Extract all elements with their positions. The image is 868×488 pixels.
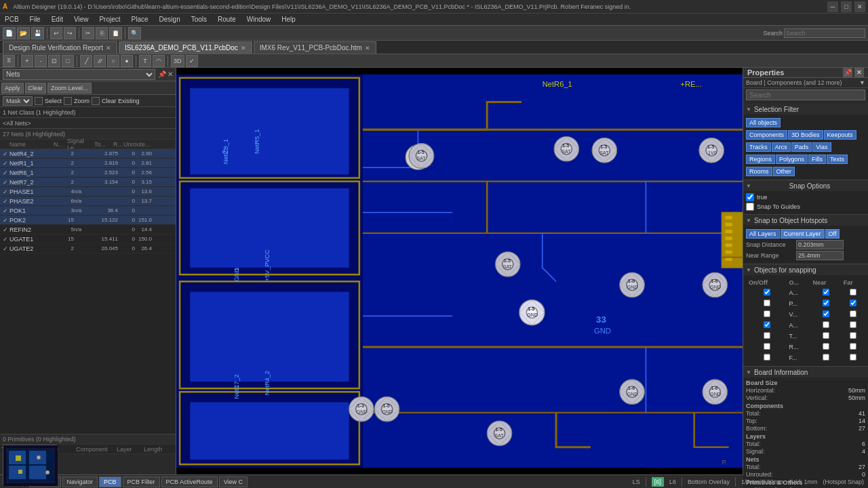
- menu-tools[interactable]: Tools: [189, 16, 209, 23]
- new-btn[interactable]: 📄: [3, 27, 16, 39]
- zoom-fit-btn[interactable]: ⊡: [48, 55, 60, 67]
- tab-drc-close[interactable]: ✕: [106, 45, 111, 52]
- maximize-btn[interactable]: □: [841, 1, 852, 12]
- route-btn[interactable]: ╱: [80, 55, 92, 67]
- pad-btn[interactable]: ●: [121, 55, 133, 67]
- net-row[interactable]: ✓ NetR1_1 2 2.819 0 2.81: [0, 159, 176, 168]
- net-row[interactable]: ✓ POK1 3 n/a 36.4 0: [0, 206, 176, 216]
- tab-pcb[interactable]: PCB: [99, 476, 121, 487]
- open-btn[interactable]: 📂: [17, 27, 30, 39]
- tab-pcb-close[interactable]: ✕: [241, 45, 246, 52]
- apply-btn[interactable]: Apply: [1, 83, 24, 94]
- global-search-input[interactable]: [784, 28, 865, 38]
- mask-select[interactable]: Mask: [3, 96, 33, 106]
- rp-all-objects-btn[interactable]: All objects: [746, 118, 781, 127]
- menu-file[interactable]: File: [28, 16, 43, 23]
- rp-components-btn[interactable]: Components: [746, 130, 787, 140]
- clear-existing-checkbox[interactable]: [92, 97, 100, 105]
- net-row[interactable]: ✓ PHASE2 6 n/a 0 13.7: [0, 197, 176, 206]
- zoom-area-btn[interactable]: □: [62, 55, 74, 67]
- net-row[interactable]: ✓ NetR4_2 2 2.875 0 2.90: [0, 149, 176, 159]
- rp-selection-filter-header[interactable]: Selection Filter: [743, 104, 868, 115]
- menu-place[interactable]: Place: [130, 16, 151, 23]
- rp-search-input[interactable]: [746, 89, 865, 100]
- copy-btn[interactable]: ⎘: [96, 27, 108, 39]
- redo-btn[interactable]: ↪: [64, 27, 76, 39]
- panel-type-select[interactable]: Nets: [3, 69, 155, 80]
- filter-icon[interactable]: ⧖: [3, 55, 15, 67]
- menu-pcb[interactable]: PCB: [3, 16, 21, 23]
- net-row[interactable]: ✓ POK2 15 15.122 0 151.0: [0, 216, 176, 225]
- rp-pin-icon[interactable]: 📌: [843, 68, 852, 77]
- 3d-btn[interactable]: 3D: [171, 55, 184, 67]
- tab-pcb-activeroute[interactable]: PCB ActiveRoute: [161, 476, 218, 487]
- rp-regions-btn[interactable]: Regions: [746, 155, 775, 164]
- text-btn[interactable]: T: [139, 55, 151, 67]
- tab-htm-close[interactable]: ✕: [365, 45, 370, 52]
- window-controls[interactable]: ─ □ ✕: [827, 1, 865, 12]
- near-range-input[interactable]: [796, 251, 844, 260]
- rp-arcs-btn[interactable]: Arcs: [772, 142, 791, 152]
- menu-route[interactable]: Route: [216, 16, 238, 23]
- net-row[interactable]: ✓ UGATE1 15 15.411 0 150.0: [0, 235, 176, 244]
- rp-snap-header[interactable]: Snap Options: [743, 180, 868, 191]
- pcb-canvas[interactable]: 2 NetCB_1 NetR5_1 1 GND +5V_PVCC 1 NetC7…: [176, 68, 743, 474]
- rp-fills-btn[interactable]: Fills: [808, 155, 826, 164]
- rp-polygons-btn[interactable]: Polygons: [776, 155, 808, 164]
- search-btn[interactable]: 🔍: [128, 27, 141, 39]
- select-label[interactable]: Select: [45, 98, 62, 104]
- rp-3dbodies-btn[interactable]: 3D Bodies: [788, 130, 823, 140]
- menu-help[interactable]: Help: [279, 16, 298, 23]
- net-row[interactable]: ✓ NetR6_1 2 2.523 0 2.56: [0, 168, 176, 178]
- rp-keepouts-btn[interactable]: Keepouts: [824, 130, 856, 140]
- zoom-checkbox[interactable]: [64, 97, 72, 105]
- net-row[interactable]: ✓ REFIN2 5 n/a 0 14.4: [0, 225, 176, 235]
- zoom-out-btn[interactable]: -: [35, 55, 47, 67]
- tab-pcb-filter[interactable]: PCB Filter: [123, 476, 160, 487]
- rp-board-info-header[interactable]: Board Information: [743, 367, 868, 378]
- rp-tracks-btn[interactable]: Tracks: [746, 142, 771, 152]
- rp-objects-snap-header[interactable]: Objects for snapping: [743, 264, 868, 275]
- snap-distance-input[interactable]: [796, 240, 844, 249]
- tab-view-c[interactable]: View C: [219, 476, 248, 487]
- rp-current-layer-btn[interactable]: Current Layer: [781, 229, 825, 239]
- menu-project[interactable]: Project: [97, 16, 122, 23]
- rp-texts-btn[interactable]: Texts: [827, 155, 848, 164]
- minimize-btn[interactable]: ─: [827, 1, 838, 12]
- tab-pcb[interactable]: ISL6236A_DEMO_PCB_V11.PcbDoc ✕: [119, 41, 252, 54]
- paste-btn[interactable]: 📋: [109, 27, 122, 39]
- zoom-level-btn[interactable]: Zoom Level...: [47, 83, 92, 94]
- zoom-in-btn[interactable]: +: [21, 55, 33, 67]
- net-row[interactable]: ✓ UGATE2 2 26.045 0 26.4: [0, 244, 176, 253]
- zoom-label[interactable]: Zoom: [74, 98, 90, 104]
- rp-close-icon[interactable]: ✕: [854, 68, 864, 77]
- via-btn[interactable]: ○: [107, 55, 119, 67]
- clear-existing-label[interactable]: Clear Existing: [102, 98, 140, 104]
- rp-hotspots-header[interactable]: Snap to Object Hotspots: [743, 215, 868, 226]
- menu-window[interactable]: Window: [245, 16, 273, 23]
- net-row[interactable]: ✓ NetR7_2 2 3.154 0 3.15: [0, 178, 176, 187]
- panel-pin-icon[interactable]: 📌: [158, 70, 166, 78]
- select-checkbox[interactable]: [35, 97, 43, 105]
- snap-to-grids-checkbox[interactable]: [746, 193, 754, 201]
- tab-htm[interactable]: IMX6 Rev_V11_PCB-PcbDoc.htm ✕: [254, 41, 376, 54]
- rp-rooms-btn[interactable]: Rooms: [746, 167, 772, 176]
- tab-navigator[interactable]: Navigator: [62, 476, 98, 487]
- panel-close-icon[interactable]: ✕: [167, 70, 173, 78]
- rp-all-layers-btn[interactable]: All Layers: [746, 229, 780, 239]
- menu-edit[interactable]: Edit: [50, 16, 65, 23]
- close-btn[interactable]: ✕: [854, 1, 865, 12]
- rp-dropdown-icon[interactable]: ▼: [859, 79, 865, 86]
- rp-other-btn[interactable]: Other: [773, 167, 795, 176]
- clear-btn[interactable]: Clear: [25, 83, 47, 94]
- net-row[interactable]: ✓ PHASE1 4 n/a 0 13.6: [0, 187, 176, 197]
- arc-btn[interactable]: ◠: [153, 55, 165, 67]
- drc-btn[interactable]: ✓: [186, 55, 198, 67]
- rp-pads-btn[interactable]: Pads: [791, 142, 812, 152]
- save-btn[interactable]: 💾: [31, 27, 44, 39]
- rp-vias-btn[interactable]: Vias: [812, 142, 831, 152]
- diff-pair-btn[interactable]: ⫻: [94, 55, 106, 67]
- undo-btn[interactable]: ↩: [50, 27, 62, 39]
- tab-drc[interactable]: Design Rule Verification Report ✕: [3, 41, 117, 54]
- menu-view[interactable]: View: [72, 16, 91, 23]
